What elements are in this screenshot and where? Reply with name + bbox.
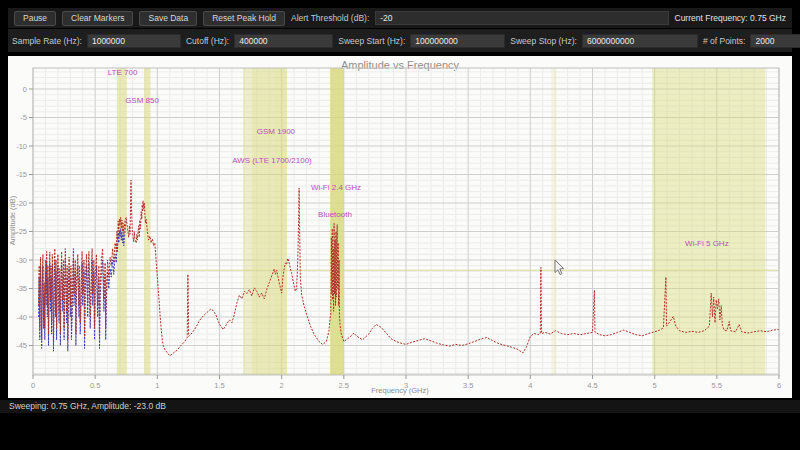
spectrum-analyzer-window: Pause Clear Markers Save Data Reset Peak… xyxy=(0,0,800,450)
settings-toolbar: Sample Rate (Hz): Cutoff (Hz): Sweep Sta… xyxy=(8,29,792,52)
top-toolbar: Pause Clear Markers Save Data Reset Peak… xyxy=(8,8,792,28)
svg-text:-40: -40 xyxy=(16,313,27,322)
num-points-input[interactable] xyxy=(750,34,800,48)
current-frequency-readout: Current Frequency: 0.75 GHz xyxy=(675,13,787,23)
sweep-status-text: Sweeping: 0.75 GHz, Amplitude: -23.0 dB xyxy=(9,401,166,411)
svg-text:0: 0 xyxy=(23,85,27,94)
band-band-4-2 xyxy=(551,68,556,375)
annotation-label: Bluetooth xyxy=(318,210,352,219)
svg-text:-5: -5 xyxy=(20,113,27,122)
alert-threshold-label: Alert Threshold (dB): xyxy=(291,13,369,23)
annotation-label: Wi-Fi 5 GHz xyxy=(685,239,729,248)
band-gsm-1900 xyxy=(251,68,274,375)
annotation-label: Wi-Fi 2.4 GHz xyxy=(311,183,361,192)
alert-threshold-input[interactable] xyxy=(375,11,668,25)
svg-text:-15: -15 xyxy=(16,170,27,179)
spectrum-chart-panel[interactable]: Amplitude vs Frequency 00.511.522.533.54… xyxy=(8,56,792,398)
svg-text:-20: -20 xyxy=(16,199,27,208)
sweep-stop-input[interactable] xyxy=(582,34,698,48)
reset-peak-hold-button[interactable]: Reset Peak Hold xyxy=(203,11,285,26)
sweep-start-input[interactable] xyxy=(410,34,505,48)
annotation-label: GSM 1900 xyxy=(257,127,296,136)
x-axis-label: Frequency (GHz) xyxy=(8,386,792,395)
plot-area[interactable]: 00.511.522.533.544.555.560-5-10-15-20-25… xyxy=(8,56,792,398)
sample-rate-input[interactable] xyxy=(87,34,181,48)
pause-button[interactable]: Pause xyxy=(14,11,56,26)
band-wifi-5 xyxy=(652,68,765,375)
svg-text:-35: -35 xyxy=(16,284,27,293)
clear-markers-button[interactable]: Clear Markers xyxy=(62,11,133,26)
cutoff-input[interactable] xyxy=(234,34,333,48)
svg-text:-25: -25 xyxy=(16,227,27,236)
band-aws-2100 xyxy=(274,68,287,375)
svg-text:-30: -30 xyxy=(16,256,27,265)
annotation-label: AWS (LTE 1700/2100) xyxy=(232,156,312,165)
y-axis-label: Amplitude (dB) xyxy=(8,191,17,251)
y-tick-labels: 0-5-10-15-20-25-30-35-40-45 xyxy=(16,85,27,351)
sample-rate-label: Sample Rate (Hz): xyxy=(12,36,82,46)
sweep-stop-label: Sweep Stop (Hz): xyxy=(510,36,577,46)
annotation-label: GSM 850 xyxy=(125,96,159,105)
sweep-start-label: Sweep Start (Hz): xyxy=(338,36,405,46)
cutoff-label: Cutoff (Hz): xyxy=(186,36,229,46)
status-bar: Sweeping: 0.75 GHz, Amplitude: -23.0 dB xyxy=(0,400,800,413)
band-aws-uplink xyxy=(243,68,251,375)
save-data-button[interactable]: Save Data xyxy=(139,11,197,26)
svg-text:-45: -45 xyxy=(16,341,27,350)
svg-text:-10: -10 xyxy=(16,142,27,151)
frequency-bands xyxy=(117,68,765,375)
num-points-label: # of Points: xyxy=(703,36,746,46)
band-wifi-24-bluetooth xyxy=(330,68,344,375)
annotation-label: LTE 700 xyxy=(108,68,138,77)
